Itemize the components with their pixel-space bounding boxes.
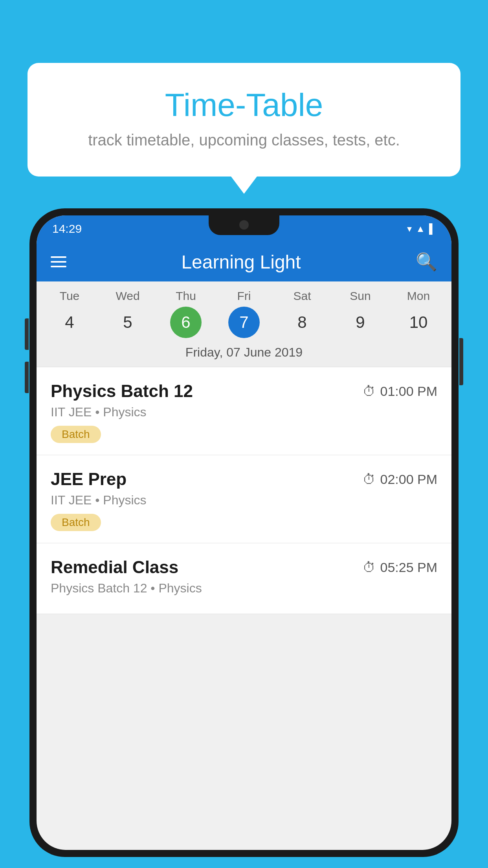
phone-camera <box>239 220 249 230</box>
schedule-item[interactable]: Physics Batch 12⏱01:00 PMIIT JEE • Physi… <box>37 367 451 455</box>
day-col[interactable]: Mon10 <box>393 289 444 338</box>
schedule-item-name: Physics Batch 12 <box>51 381 193 401</box>
schedule-item-name: Remedial Class <box>51 557 178 577</box>
schedule-time-text: 05:25 PM <box>380 560 437 575</box>
batch-badge: Batch <box>51 514 101 531</box>
schedule-list: Physics Batch 12⏱01:00 PMIIT JEE • Physi… <box>37 367 451 614</box>
tooltip-subtitle: track timetable, upcoming classes, tests… <box>51 131 437 149</box>
day-label: Mon <box>407 289 430 303</box>
clock-icon: ⏱ <box>363 560 376 575</box>
calendar-strip: Tue4Wed5Thu6Fri7Sat8Sun9Mon10 Friday, 07… <box>37 281 451 367</box>
day-number[interactable]: 6 <box>170 307 202 338</box>
clock-icon: ⏱ <box>363 472 376 487</box>
schedule-meta: Physics Batch 12 • Physics <box>51 581 437 596</box>
day-number[interactable]: 4 <box>54 307 85 338</box>
status-icons: ▾ ▲ ▌ <box>407 223 436 234</box>
schedule-item[interactable]: Remedial Class⏱05:25 PMPhysics Batch 12 … <box>37 543 451 614</box>
schedule-item[interactable]: JEE Prep⏱02:00 PMIIT JEE • PhysicsBatch <box>37 455 451 543</box>
schedule-meta: IIT JEE • Physics <box>51 405 437 419</box>
app-bar: Learning Light 🔍 <box>37 242 451 281</box>
day-col[interactable]: Fri7 <box>218 289 270 338</box>
clock-icon: ⏱ <box>363 384 376 399</box>
day-number[interactable]: 8 <box>286 307 318 338</box>
tooltip-title: Time-Table <box>51 86 437 123</box>
day-label: Wed <box>116 289 139 303</box>
tooltip-card: Time-Table track timetable, upcoming cla… <box>28 63 460 177</box>
day-number[interactable]: 7 <box>228 307 260 338</box>
days-row: Tue4Wed5Thu6Fri7Sat8Sun9Mon10 <box>37 289 451 338</box>
battery-icon: ▌ <box>429 223 436 234</box>
day-col[interactable]: Wed5 <box>102 289 153 338</box>
day-col[interactable]: Thu6 <box>160 289 211 338</box>
day-number[interactable]: 5 <box>112 307 143 338</box>
status-time: 14:29 <box>52 222 82 235</box>
day-label: Fri <box>237 289 251 303</box>
hamburger-menu-button[interactable] <box>51 256 66 267</box>
day-label: Thu <box>176 289 196 303</box>
phone-screen: 14:29 ▾ ▲ ▌ Learning Light 🔍 <box>37 215 451 850</box>
schedule-item-name: JEE Prep <box>51 469 127 489</box>
day-col[interactable]: Tue4 <box>44 289 95 338</box>
search-button[interactable]: 🔍 <box>416 252 437 272</box>
day-number[interactable]: 10 <box>403 307 434 338</box>
phone-outer: 14:29 ▾ ▲ ▌ Learning Light 🔍 <box>29 208 459 857</box>
batch-badge: Batch <box>51 426 101 443</box>
phone-wrapper: 14:29 ▾ ▲ ▌ Learning Light 🔍 <box>29 208 459 868</box>
day-number[interactable]: 9 <box>345 307 376 338</box>
schedule-meta: IIT JEE • Physics <box>51 493 437 508</box>
app-bar-title: Learning Light <box>181 251 301 273</box>
phone-button-left-bottom <box>25 362 29 393</box>
day-label: Sun <box>350 289 371 303</box>
day-col[interactable]: Sat8 <box>277 289 328 338</box>
phone-button-right <box>459 338 463 385</box>
schedule-time-text: 01:00 PM <box>380 384 437 399</box>
day-label: Tue <box>60 289 80 303</box>
signal-icon: ▲ <box>416 223 425 234</box>
day-col[interactable]: Sun9 <box>335 289 386 338</box>
schedule-time-text: 02:00 PM <box>380 472 437 487</box>
selected-date-label: Friday, 07 June 2019 <box>37 338 451 367</box>
day-label: Sat <box>293 289 311 303</box>
phone-notch <box>209 215 279 235</box>
wifi-icon: ▾ <box>407 223 412 234</box>
phone-button-left-top <box>25 318 29 350</box>
